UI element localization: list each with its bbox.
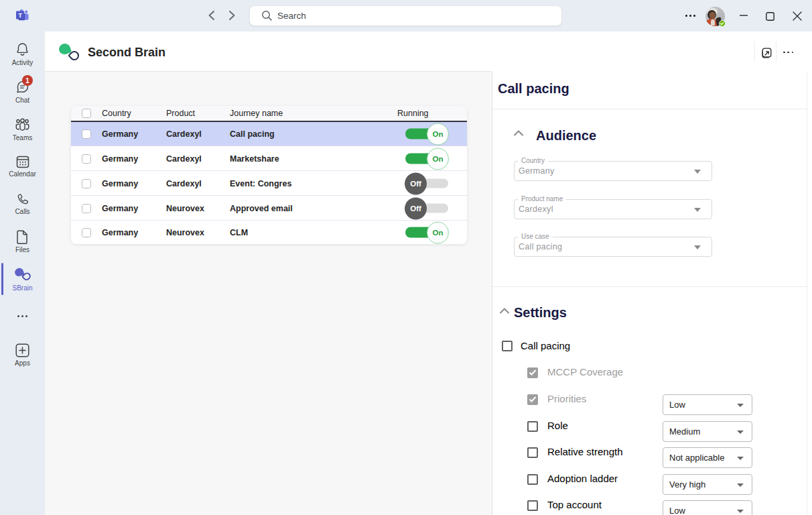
svg-text:T: T — [18, 11, 22, 19]
